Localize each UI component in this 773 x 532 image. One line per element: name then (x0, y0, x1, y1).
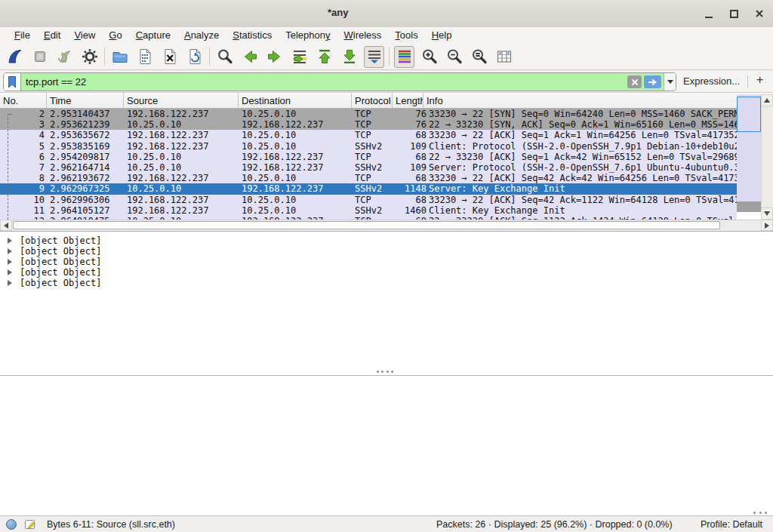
packet-counts-status: Packets: 26 · Displayed: 25 (96.2%) · Dr… (436, 519, 673, 530)
packet-list-minimap[interactable] (737, 94, 761, 220)
go-last-packet-button[interactable] (339, 46, 359, 68)
menu-item[interactable]: Capture (129, 27, 177, 44)
magnifier-icon (216, 48, 234, 66)
packet-row[interactable]: 10 2.962996306 192.168.122.237 10.25.0.1… (0, 195, 737, 205)
packet-bytes-pane: 0000 00 00 00 01 00 06 52 54 00 22 59 bb… (0, 375, 773, 515)
find-packet-button[interactable] (214, 46, 235, 68)
column-header-length[interactable]: Length (393, 93, 423, 108)
menu-item[interactable]: Edit (37, 27, 67, 44)
minimap-thumb[interactable] (737, 97, 761, 132)
save-document-icon (136, 48, 154, 66)
expand-triangle-icon[interactable] (8, 259, 12, 265)
colorize-button[interactable] (394, 46, 414, 68)
capture-comment-button[interactable] (24, 518, 36, 532)
scroll-left-button[interactable] (0, 220, 12, 231)
horizontal-scrollbar-thumb[interactable] (13, 221, 720, 229)
expand-triangle-icon[interactable] (8, 280, 12, 286)
expand-triangle-icon[interactable] (8, 269, 12, 275)
column-header-source[interactable]: Source (124, 93, 239, 108)
minimize-button[interactable] (699, 5, 719, 23)
main-toolbar (0, 44, 773, 70)
column-header-info[interactable]: Info (423, 93, 773, 108)
packet-row[interactable]: 6 2.954209817 10.25.0.10 192.168.122.237… (0, 152, 737, 162)
zoom-in-button[interactable] (419, 46, 439, 68)
go-to-packet-button[interactable] (289, 46, 310, 68)
title-bar[interactable]: *any (0, 0, 773, 28)
scroll-up-button[interactable] (761, 94, 773, 106)
reload-file-button[interactable] (184, 46, 205, 68)
filter-bookmark-button[interactable] (4, 73, 21, 91)
go-back-button[interactable] (239, 46, 260, 68)
filter-history-dropdown[interactable] (664, 73, 676, 91)
start-capture-button[interactable] (5, 46, 25, 68)
go-forward-button[interactable] (264, 46, 285, 68)
expert-info-button[interactable] (6, 519, 17, 530)
status-bar: Bytes 6-11: Source (sll.src.eth) Packets… (0, 515, 773, 532)
detail-tree-item[interactable]: [object Object] (0, 278, 773, 288)
menu-item[interactable]: Analyze (177, 27, 226, 44)
restart-capture-button[interactable] (54, 46, 75, 68)
display-filter-combo (3, 72, 676, 91)
minimap-end-band (737, 212, 761, 220)
menu-item[interactable]: Telephony (279, 27, 337, 44)
expand-triangle-icon[interactable] (8, 248, 12, 254)
close-file-button[interactable] (159, 46, 180, 68)
add-filter-button[interactable]: + (756, 73, 763, 87)
menu-item[interactable]: Statistics (226, 27, 279, 44)
detail-tree-item[interactable]: [object Object] (0, 235, 773, 246)
detail-tree-item[interactable]: [object Object] (0, 257, 773, 267)
zoom-in-icon (420, 48, 439, 66)
zoom-original-button[interactable] (469, 46, 489, 68)
packet-row[interactable]: 5 2.953835169 192.168.122.237 10.25.0.10… (0, 141, 737, 152)
packet-row[interactable]: 7 2.962164714 10.25.0.10 192.168.122.237… (0, 162, 737, 173)
menu-item[interactable]: Go (102, 27, 128, 44)
display-filter-input[interactable] (21, 75, 627, 88)
capture-options-button[interactable] (79, 46, 100, 68)
vertical-scrollbar-track[interactable] (761, 106, 773, 208)
column-header-time[interactable]: Time (47, 93, 124, 108)
packet-row[interactable]: 3 2.953621239 10.25.0.10 192.168.122.237… (0, 119, 737, 130)
zoom-out-button[interactable] (444, 46, 464, 68)
zoom-original-icon (470, 48, 488, 66)
open-file-button[interactable] (109, 46, 130, 68)
menu-item[interactable]: View (67, 27, 102, 44)
expression-button[interactable]: Expression... (683, 75, 740, 87)
packet-row[interactable]: 11 2.964105127 192.168.122.237 10.25.0.1… (0, 205, 737, 216)
close-button[interactable] (750, 5, 769, 23)
packet-row[interactable]: 4 2.953635672 192.168.122.237 10.25.0.10… (0, 130, 737, 140)
scroll-right-button[interactable] (761, 220, 773, 231)
go-first-packet-button[interactable] (314, 46, 334, 68)
detail-tree-item[interactable]: [object Object] (0, 246, 773, 257)
packet-row[interactable]: 2 2.953140437 192.168.122.237 10.25.0.10… (0, 109, 737, 119)
filter-clear-button[interactable] (627, 75, 642, 88)
menu-item[interactable]: Wireless (337, 27, 389, 44)
scroll-down-button[interactable] (761, 208, 773, 220)
colorize-icon (396, 48, 414, 66)
column-header-no[interactable]: No. (0, 93, 47, 108)
menu-item[interactable]: File (8, 27, 37, 44)
stop-capture-button[interactable] (29, 46, 50, 68)
triangle-up-icon (764, 98, 770, 103)
expand-triangle-icon[interactable] (8, 238, 12, 244)
column-header-destination[interactable]: Destination (239, 93, 352, 108)
profile-status[interactable]: Profile: Default (701, 519, 762, 530)
auto-scroll-button[interactable] (364, 46, 384, 68)
packet-row[interactable]: 9 2.962967325 10.25.0.10 192.168.122.237… (0, 183, 737, 194)
maximize-button[interactable] (724, 5, 744, 23)
splitter-handle[interactable] (753, 512, 767, 515)
detail-text: [object Object] (20, 278, 101, 288)
auto-scroll-icon (365, 48, 383, 66)
menu-bar: File Edit View Go Capture Analyze Statis… (0, 27, 773, 44)
menu-item[interactable]: Help (425, 27, 459, 44)
splitter-handle[interactable] (377, 371, 393, 374)
packet-list: 2 2.953140437 192.168.122.237 10.25.0.10… (0, 109, 737, 220)
menu-item[interactable]: Tools (388, 27, 424, 44)
save-file-button[interactable] (134, 46, 155, 68)
close-document-icon (161, 48, 179, 66)
gear-icon (81, 48, 99, 66)
filter-apply-button[interactable] (644, 75, 661, 88)
resize-columns-button[interactable] (494, 46, 514, 68)
packet-row[interactable]: 8 2.962193672 192.168.122.237 10.25.0.10… (0, 173, 737, 183)
detail-tree-item[interactable]: [object Object] (0, 267, 773, 278)
column-header-protocol[interactable]: Protocol (352, 93, 393, 108)
